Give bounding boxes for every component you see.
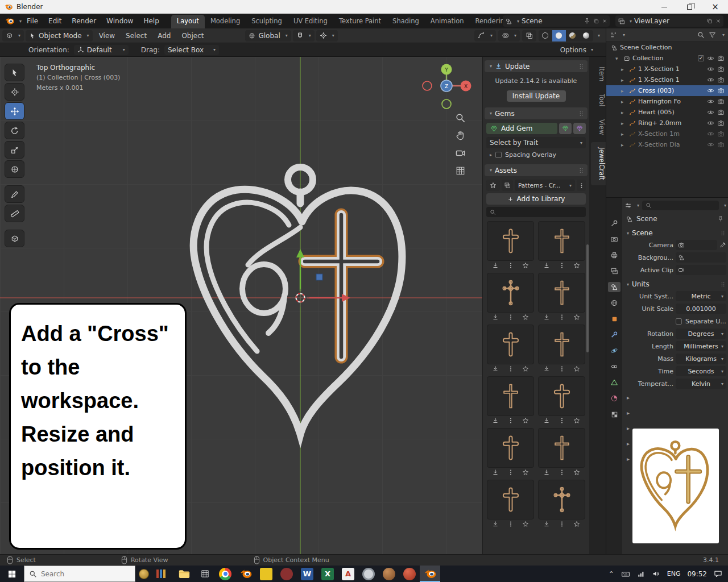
asset-pattern-item[interactable] bbox=[487, 428, 534, 476]
download-icon[interactable] bbox=[492, 417, 499, 424]
cross-pattern-thumbnail[interactable] bbox=[487, 325, 534, 364]
favorite-star-icon[interactable] bbox=[522, 314, 529, 321]
start-button[interactable] bbox=[0, 566, 24, 582]
properties-tab-render[interactable] bbox=[608, 234, 621, 244]
render-camera-icon[interactable] bbox=[717, 55, 725, 62]
assets-panel-header[interactable]: ▾ Assets bbox=[485, 164, 588, 176]
cross-pattern-thumbnail[interactable] bbox=[538, 221, 585, 261]
hide-eye-icon[interactable] bbox=[707, 65, 714, 73]
outliner-search-icon[interactable] bbox=[697, 31, 705, 39]
tab-item[interactable]: Item bbox=[591, 61, 606, 86]
favorite-star-icon[interactable] bbox=[522, 262, 529, 269]
hide-eye-icon[interactable] bbox=[707, 130, 714, 138]
properties-tab-object[interactable] bbox=[608, 314, 621, 324]
spacing-overlay-caret[interactable]: ▸ bbox=[490, 152, 492, 157]
shading-rendered-button[interactable] bbox=[580, 30, 593, 41]
menu-dots-icon[interactable] bbox=[507, 417, 514, 424]
asset-pattern-item[interactable] bbox=[487, 273, 534, 321]
gem-purple-button[interactable] bbox=[573, 123, 586, 134]
properties-tab-output[interactable] bbox=[608, 250, 621, 260]
collapsed-panel-caret[interactable]: ▸ bbox=[624, 390, 726, 405]
favorite-star-icon[interactable] bbox=[522, 521, 529, 527]
menu-dots-icon[interactable] bbox=[507, 469, 514, 476]
library-display-button[interactable] bbox=[502, 180, 513, 191]
mode-dropdown[interactable]: Object Mode ▾ bbox=[26, 30, 93, 41]
menu-dots-icon[interactable] bbox=[559, 262, 565, 269]
add-to-library-button[interactable]: Add to Library bbox=[486, 193, 586, 205]
taskbar-search[interactable] bbox=[24, 566, 135, 582]
expand-caret[interactable]: ▸ bbox=[621, 99, 627, 105]
viewlayer-browse-icon[interactable] bbox=[618, 18, 625, 25]
cross-pattern-thumbnail[interactable] bbox=[538, 428, 585, 468]
shading-caret[interactable]: ▾ bbox=[598, 33, 600, 38]
menu-view[interactable]: View bbox=[94, 32, 119, 40]
render-camera-icon[interactable] bbox=[717, 76, 725, 84]
unlink-scene-icon[interactable] bbox=[602, 18, 607, 24]
language-indicator[interactable]: ENG bbox=[667, 570, 681, 577]
move-gizmo-plane-handle[interactable] bbox=[316, 274, 322, 280]
hide-eye-icon[interactable] bbox=[707, 141, 714, 148]
download-icon[interactable] bbox=[492, 314, 499, 321]
scene-browse-icon[interactable] bbox=[505, 18, 512, 25]
add-gem-button[interactable]: Add Gem bbox=[486, 123, 557, 134]
asset-pattern-item[interactable] bbox=[487, 325, 534, 372]
download-icon[interactable] bbox=[543, 417, 550, 424]
taskbar-red-a-app[interactable]: A bbox=[338, 566, 358, 582]
tray-expand-chevron[interactable]: ⌃ bbox=[609, 570, 614, 578]
cross-pattern-thumbnail[interactable] bbox=[487, 428, 534, 468]
tab-modeling[interactable]: Modeling bbox=[205, 15, 246, 28]
spacing-overlay-checkbox[interactable] bbox=[495, 152, 502, 158]
render-camera-icon[interactable] bbox=[717, 141, 725, 148]
expand-caret[interactable]: ▸ bbox=[621, 77, 627, 83]
menu-dots-icon[interactable] bbox=[559, 314, 565, 321]
properties-tab-modifiers[interactable] bbox=[608, 330, 621, 340]
tab-view[interactable]: View bbox=[591, 114, 606, 140]
taskbar-apps-grid[interactable] bbox=[195, 566, 215, 582]
properties-tab-viewlayer[interactable] bbox=[608, 266, 621, 276]
xray-toggle[interactable] bbox=[522, 30, 536, 41]
properties-tab-object-data[interactable] bbox=[608, 377, 621, 388]
asset-pattern-item[interactable] bbox=[538, 325, 585, 372]
taskbar-word[interactable]: W bbox=[297, 566, 317, 582]
snap-toggle[interactable]: ▾ bbox=[293, 30, 315, 41]
hide-eye-icon[interactable] bbox=[707, 98, 714, 105]
search-input[interactable] bbox=[41, 570, 121, 578]
volume-icon[interactable] bbox=[652, 569, 660, 578]
cross-pattern-thumbnail[interactable] bbox=[487, 273, 534, 313]
menu-dots-icon[interactable] bbox=[559, 417, 565, 424]
asset-pattern-item[interactable] bbox=[487, 376, 534, 424]
asset-pattern-item[interactable] bbox=[487, 221, 534, 269]
outliner-row-object[interactable]: ▸ 1 X-Section 1 bbox=[606, 74, 728, 85]
taskbar-gray-app[interactable] bbox=[358, 566, 379, 582]
outliner-row-collection[interactable]: ▾ Collection ✓ bbox=[606, 53, 728, 64]
new-viewlayer-icon[interactable] bbox=[706, 18, 713, 24]
navigation-gizmo[interactable]: Y X Z bbox=[418, 60, 475, 113]
asset-pattern-item[interactable] bbox=[538, 376, 585, 424]
asset-pattern-item[interactable] bbox=[487, 480, 534, 527]
new-scene-icon[interactable] bbox=[593, 18, 599, 24]
pan-hand-icon[interactable] bbox=[455, 130, 466, 141]
menu-help[interactable]: Help bbox=[138, 17, 164, 25]
background-scene-field[interactable] bbox=[676, 252, 726, 263]
expand-caret[interactable]: ▸ bbox=[621, 131, 627, 137]
rotation-dropdown[interactable]: Degrees▾ bbox=[676, 329, 726, 339]
unit-scale-field[interactable]: 0.001000 bbox=[676, 304, 726, 314]
panel-grip-icon[interactable] bbox=[578, 110, 585, 117]
properties-tab-material[interactable] bbox=[608, 393, 621, 404]
hide-eye-icon[interactable] bbox=[707, 76, 714, 84]
units-panel-header[interactable]: ▾ Units bbox=[624, 278, 726, 290]
render-camera-icon[interactable] bbox=[717, 98, 725, 105]
active-clip-field[interactable] bbox=[676, 265, 726, 275]
clock[interactable]: 09:52 bbox=[687, 570, 707, 578]
menu-add[interactable]: Add bbox=[153, 32, 175, 40]
select-by-trait-dropdown[interactable]: Select by Trait ▾ bbox=[486, 137, 586, 148]
expand-caret[interactable]: ▸ bbox=[621, 66, 627, 72]
download-icon[interactable] bbox=[492, 262, 499, 269]
taskbar-coin-icon[interactable] bbox=[135, 566, 152, 582]
taskbar-notes-app[interactable] bbox=[256, 566, 276, 582]
favorite-star-icon[interactable] bbox=[522, 365, 529, 372]
render-camera-icon[interactable] bbox=[717, 65, 725, 73]
favorite-star-icon[interactable] bbox=[522, 417, 529, 424]
expand-caret[interactable]: ▸ bbox=[621, 88, 627, 94]
outliner-row-object-hidden[interactable]: ▸ X-Section Dia bbox=[606, 139, 728, 150]
